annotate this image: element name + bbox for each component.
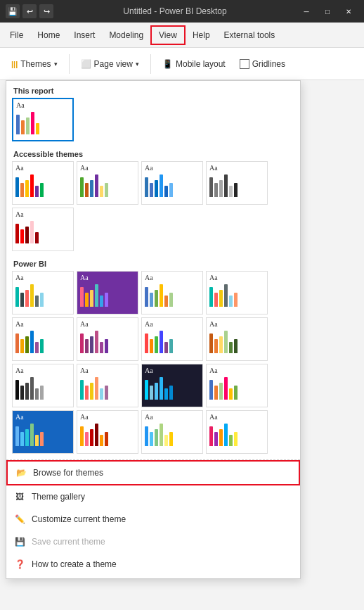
redo-icon[interactable]: ↪ [39, 4, 53, 18]
theme-bar [85, 432, 89, 446]
minimize-button[interactable]: ─ [297, 4, 316, 18]
theme-card-label-pbi11: Aa [145, 367, 200, 374]
theme-card-pbi3[interactable]: Aa [141, 271, 203, 314]
themes-button[interactable]: ||| Themes ▾ [6, 56, 63, 72]
menu-item-modeling[interactable]: Modeling [102, 25, 150, 45]
menu-bar: FileHomeInsertModelingViewHelpExternal t… [0, 23, 364, 48]
theme-card-label-pbi15: Aa [145, 413, 200, 421]
theme-card-label-pbi8: Aa [209, 320, 264, 328]
theme-card-pbi8[interactable]: Aa [206, 317, 268, 361]
theme-card-pbi10[interactable]: Aa [77, 364, 138, 407]
theme-bar [85, 293, 89, 307]
menu-item-insert[interactable]: Insert [67, 25, 102, 45]
theme-card-pbi14[interactable]: Aa [77, 410, 138, 454]
theme-card-pbi13[interactable]: Aa [12, 410, 74, 454]
theme-card-acc3[interactable]: Aa [141, 161, 203, 205]
theme-card-pbi6[interactable]: Aa [77, 317, 138, 361]
theme-bar [85, 386, 89, 400]
theme-bar [35, 232, 39, 243]
theme-bar [234, 339, 238, 353]
theme-bar [20, 229, 24, 243]
section-label-2: Power BI [6, 254, 300, 271]
theme-bar [145, 380, 148, 400]
theme-bar [21, 120, 25, 134]
theme-card-pbi12[interactable]: Aa [206, 364, 268, 407]
window-controls: ─ □ ✕ [297, 4, 358, 18]
theme-bar [36, 123, 39, 134]
theme-card-label-this-report: Aa [16, 101, 70, 109]
theme-bar [160, 424, 163, 446]
menu-item-view[interactable]: View [150, 25, 186, 45]
theme-bar [219, 290, 223, 307]
menu-item-help[interactable]: Help [186, 25, 217, 45]
theme-bar [30, 284, 34, 307]
theme-bar [30, 221, 34, 243]
theme-card-pbi9[interactable]: Aa [12, 364, 74, 407]
ribbon-separator-2 [150, 54, 151, 74]
menu-item-external-tools[interactable]: External tools [217, 25, 282, 45]
close-button[interactable]: ✕ [339, 4, 358, 18]
theme-bar [214, 339, 218, 353]
theme-card-pbi4[interactable]: Aa [206, 271, 268, 314]
theme-card-acc2[interactable]: Aa [77, 161, 138, 205]
theme-bar [209, 426, 213, 446]
theme-card-pbi11[interactable]: Aa [141, 364, 203, 407]
theme-bar [80, 177, 84, 197]
maximize-button[interactable]: □ [318, 4, 337, 18]
mobile-layout-area: 📱 Mobile layout [157, 56, 231, 72]
theme-bars-pbi15 [145, 424, 200, 446]
theme-bar [234, 386, 238, 400]
theme-bar [40, 339, 44, 353]
theme-card-acc1[interactable]: Aa [12, 161, 74, 205]
theme-bar [145, 177, 148, 197]
theme-bar [209, 287, 213, 307]
theme-card-label-pbi2: Aa [80, 274, 135, 281]
bottom-item-howto[interactable]: ❓How to create a theme [6, 553, 300, 576]
bottom-item-browse[interactable]: 📂Browse for themes [6, 460, 300, 485]
theme-bar [234, 432, 238, 446]
theme-card-pbi2[interactable]: Aa [77, 271, 138, 314]
theme-card-acc5[interactable]: Aa [12, 208, 74, 251]
theme-card-label-pbi12: Aa [209, 367, 264, 374]
gridlines-checkbox[interactable] [240, 59, 249, 69]
theme-bar [95, 424, 98, 446]
theme-grid-1: AaAaAaAaAa [6, 161, 300, 254]
gridlines-label: Gridlines [252, 59, 285, 69]
theme-card-label-pbi6: Aa [80, 320, 135, 328]
theme-card-label-pbi10: Aa [80, 367, 135, 374]
theme-card-pbi15[interactable]: Aa [141, 410, 203, 454]
theme-bar [214, 293, 218, 307]
bottom-item-customize[interactable]: ✏️Customize current theme [6, 508, 300, 530]
theme-bars-pbi5 [15, 331, 70, 353]
bottom-item-gallery[interactable]: 🖼Theme gallery [6, 485, 300, 508]
theme-card-pbi5[interactable]: Aa [12, 317, 74, 361]
theme-bar [169, 293, 173, 307]
undo-icon[interactable]: ↩ [22, 4, 37, 18]
theme-card-this-report[interactable]: Aa [12, 98, 74, 141]
gridlines-area[interactable]: Gridlines [234, 56, 291, 72]
theme-bar [80, 287, 84, 307]
theme-bar [95, 331, 98, 353]
theme-bar [25, 290, 29, 307]
theme-bar [229, 296, 233, 307]
theme-bars-pbi7 [145, 331, 200, 353]
theme-card-pbi7[interactable]: Aa [141, 317, 203, 361]
menu-item-home[interactable]: Home [30, 25, 67, 45]
menu-item-file[interactable]: File [3, 25, 30, 45]
theme-bar [85, 339, 89, 353]
theme-card-acc4[interactable]: Aa [206, 161, 268, 205]
theme-bars-pbi9 [15, 377, 70, 400]
theme-bar [26, 117, 30, 134]
gallery-icon: 🖼 [13, 490, 26, 503]
theme-card-pbi1[interactable]: Aa [12, 271, 74, 314]
theme-bar [169, 183, 173, 197]
theme-bar [105, 293, 108, 307]
theme-bar [164, 435, 168, 446]
save-icon[interactable]: 💾 [6, 4, 20, 18]
theme-bar [214, 183, 218, 197]
theme-bar [95, 377, 98, 400]
theme-bar [214, 386, 218, 400]
theme-card-pbi16[interactable]: Aa [206, 410, 268, 454]
theme-bar [229, 186, 233, 197]
page-view-button[interactable]: ⬜ Page view ▾ [75, 56, 145, 72]
